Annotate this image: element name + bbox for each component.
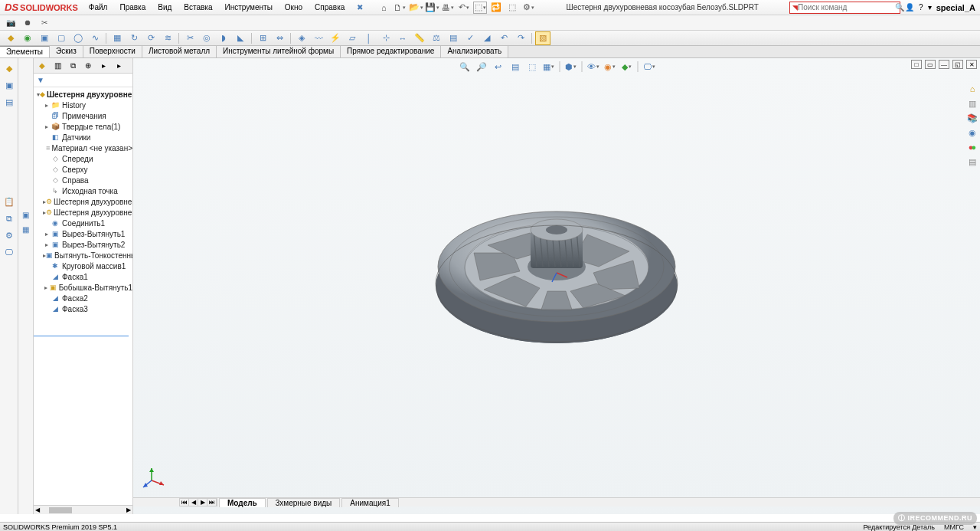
rs-res-icon[interactable]: ▥ (966, 97, 978, 110)
tb-loft-icon[interactable]: ≋ (160, 31, 175, 45)
tab-nav[interactable]: ⏮◀▶⏭ (179, 498, 217, 506)
tb-line-icon[interactable]: ▣ (37, 31, 52, 45)
tb-coord-icon[interactable]: ⊹ (378, 31, 394, 45)
tb-pattern-icon[interactable]: ⊞ (255, 31, 270, 45)
tb-extrude-icon[interactable]: ▦ (109, 31, 125, 45)
view-triad-icon[interactable]: z (141, 461, 172, 491)
tree-item[interactable]: ▸▣Вытянуть-Тонкостенный (34, 250, 132, 261)
vp-rest-icon[interactable]: ◱ (952, 60, 963, 69)
th-pm-icon[interactable]: ▥ (51, 60, 64, 72)
ls-part-icon[interactable]: ◆ (2, 61, 16, 75)
tb-undo2-icon[interactable]: ↶ (496, 31, 511, 45)
menu-file[interactable]: Файл (83, 3, 114, 11)
hud-appearance-icon[interactable]: ◉ (603, 60, 618, 74)
vp-close-icon[interactable]: ✕ (966, 60, 977, 69)
hud-zoomarea-icon[interactable]: 🔎 (474, 60, 489, 74)
settings-icon[interactable]: ⚙ (521, 2, 535, 14)
new-icon[interactable]: 🗋 (393, 2, 407, 14)
tree-item[interactable]: 🗐Примечания (34, 110, 132, 121)
th-ds-icon[interactable]: ⊕ (81, 60, 95, 72)
hud-scene-icon[interactable]: ◆ (619, 60, 635, 74)
menu-view[interactable]: Вид (152, 3, 178, 11)
tree-root[interactable]: ▾ ◆ Шестерня двухуровневая косо (34, 89, 132, 100)
cmdtab-directedit[interactable]: Прямое редактирование (341, 46, 441, 57)
tb-check-icon[interactable]: ✓ (462, 31, 478, 45)
cmdtab-sheetmetal[interactable]: Листовой металл (142, 46, 217, 57)
hud-display-icon[interactable]: ⬢ (564, 60, 579, 74)
tb-sweep-icon[interactable]: ⟳ (143, 31, 158, 45)
tb-draft-icon[interactable]: ◢ (479, 31, 495, 45)
tree-item[interactable]: ◇Спереди (34, 153, 132, 164)
vp-min-icon[interactable]: — (939, 60, 949, 69)
tb-spline-icon[interactable]: ∿ (87, 31, 103, 45)
tb-mirror-icon[interactable]: ⇔ (272, 31, 287, 45)
tb-fillet-icon[interactable]: ◗ (216, 31, 231, 45)
ls2-b-icon[interactable]: ▦ (20, 223, 32, 235)
th-cfg-icon[interactable]: ⧉ (66, 60, 80, 72)
ls-pm-icon[interactable]: ⧉ (2, 211, 16, 225)
hud-zoomfit-icon[interactable]: 🔍 (457, 60, 472, 74)
tree-item[interactable]: ▸⚙Шестерня двухуровневая (34, 196, 132, 207)
home-icon[interactable]: ⌂ (377, 2, 390, 14)
tb-chain-icon[interactable]: ◉ (20, 31, 35, 45)
th-fm-icon[interactable]: ◆ (35, 60, 49, 72)
tb-mass-icon[interactable]: ⚖ (429, 31, 444, 45)
th-arrow-icon[interactable]: ▸ (96, 60, 110, 72)
print-icon[interactable]: 🖶 (441, 2, 455, 14)
ls2-a-icon[interactable]: ▣ (20, 208, 32, 221)
rs-home-icon[interactable]: ⌂ (966, 83, 978, 95)
user-icon[interactable]: 👤 (905, 3, 914, 11)
vp-max-icon[interactable]: □ (911, 60, 922, 69)
select-icon[interactable]: ⬚ (473, 2, 487, 14)
tb-rect-icon[interactable]: ▢ (54, 31, 69, 45)
menu-pin-icon[interactable]: ✖ (351, 3, 369, 11)
cmdtab-features[interactable]: Элементы (0, 46, 50, 57)
tree-item[interactable]: ◧Датчики (34, 132, 132, 143)
menu-help[interactable]: Справка (309, 3, 351, 11)
viewport[interactable]: □ ▭ — ◱ ✕ 🔍 🔎 ↩ ▤ ⬚ ▦ ⬢ 👁 ◉ ◆ 🖵 ⌂ ▥ (133, 58, 980, 514)
ls-assy-icon[interactable]: ▣ (2, 78, 16, 92)
menu-insert[interactable]: Вставка (178, 3, 218, 11)
tree-item[interactable]: ▸▣Бобышка-Вытянуть1 (34, 282, 132, 293)
cmdtab-surfaces[interactable]: Поверхности (83, 46, 142, 57)
menu-window[interactable]: Окно (279, 3, 309, 11)
tree-item[interactable]: ◢Фаска3 (34, 303, 132, 314)
screenshot-icon[interactable]: 📷 (5, 18, 17, 28)
menu-edit[interactable]: Правка (113, 3, 152, 11)
tree-item[interactable]: ◉Соединить1 (34, 218, 132, 228)
th-arrow2-icon[interactable]: ▸ (112, 60, 126, 72)
tb-view3d-icon[interactable]: ▧ (535, 31, 550, 45)
hud-settings-icon[interactable]: 🖵 (642, 60, 657, 74)
tree-item[interactable]: ▸📁History (34, 100, 132, 110)
tree-item[interactable]: ↳Исходная точка (34, 185, 132, 196)
help-icon[interactable]: ? (919, 3, 923, 11)
rs-appear-icon[interactable]: ●● (966, 141, 978, 153)
menu-tools[interactable]: Инструменты (218, 3, 278, 11)
open-icon[interactable]: 📂 (409, 2, 423, 14)
tree-item[interactable]: ▸📦Твердые тела(1) (34, 121, 132, 132)
tree-item[interactable]: ▸▣Вырез-Вытянуть2 (34, 239, 132, 250)
hud-section-icon[interactable]: ▤ (508, 60, 523, 74)
hud-prev-icon[interactable]: ↩ (491, 60, 506, 74)
ls-disp-icon[interactable]: 🖵 (2, 245, 16, 259)
filter-icon[interactable]: ▼ (37, 76, 44, 84)
ls-draw-icon[interactable]: ▤ (2, 95, 16, 109)
tree-item[interactable]: ◢Фаска1 (34, 271, 132, 282)
hud-hide-icon[interactable]: 👁 (586, 60, 601, 74)
tb-curve-icon[interactable]: 〰 (311, 31, 326, 45)
record-icon[interactable]: ⏺ (21, 18, 34, 28)
tb-chamfer-icon[interactable]: ◣ (233, 31, 248, 45)
tb-plane-icon[interactable]: ▱ (345, 31, 360, 45)
ls-cfg-icon[interactable]: ⚙ (2, 228, 16, 242)
rs-lib-icon[interactable]: 📚 (966, 112, 978, 124)
search-commands[interactable]: ◥ 🔍 (789, 2, 900, 14)
hud-dynamic-icon[interactable]: ⬚ (524, 60, 540, 74)
tree-scrollbar[interactable]: ◀ ▶ (34, 505, 132, 514)
cmdtab-moldtools[interactable]: Инструменты литейной формы (217, 46, 341, 57)
ls-fm-icon[interactable]: 📋 (2, 195, 16, 208)
tb-ref-icon[interactable]: ◈ (294, 31, 309, 45)
undo-icon[interactable]: ↶ (457, 2, 471, 14)
tb-dim-icon[interactable]: ↔ (395, 31, 410, 45)
tree-item[interactable]: ◇Справа (34, 175, 132, 185)
tb-circle-icon[interactable]: ◯ (70, 31, 86, 45)
